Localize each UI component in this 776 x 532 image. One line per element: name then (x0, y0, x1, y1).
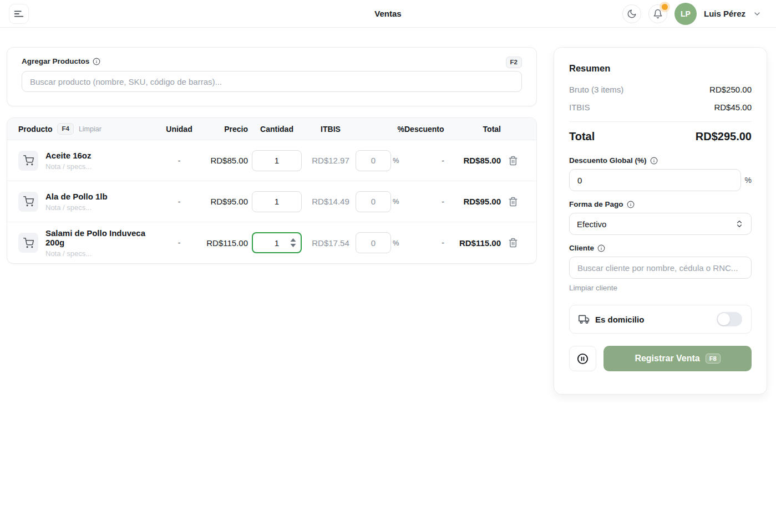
limpiar-table-link[interactable]: Limpiar (79, 125, 102, 133)
menu-button[interactable] (9, 4, 29, 24)
pct-suffix: % (393, 156, 399, 165)
summary-actions: Registrar Venta F8 (569, 346, 752, 371)
delete-row-button[interactable] (501, 197, 525, 207)
pause-circle-icon (576, 352, 589, 365)
col-descuento: Descuento (404, 125, 448, 134)
info-icon (650, 157, 658, 165)
discount-pct-input[interactable] (356, 150, 391, 171)
descuento-global-label: Descuento Global (%) (569, 156, 647, 165)
itbis-value: RD$14.49 (306, 197, 356, 206)
spinner-arrows-icon[interactable] (290, 238, 296, 247)
discount-pct-input[interactable] (356, 191, 391, 212)
global-discount-input[interactable] (569, 169, 741, 191)
col-percent: % (356, 125, 404, 134)
quantity-input[interactable] (252, 151, 301, 171)
truck-icon (579, 314, 590, 325)
es-domicilio-card: Es domicilio (569, 305, 752, 334)
moon-icon (627, 9, 637, 19)
es-domicilio-toggle[interactable] (717, 312, 742, 326)
quantity-stepper[interactable] (252, 150, 302, 171)
info-icon (93, 58, 100, 65)
descuento-global-group: Descuento Global (%) % (569, 156, 752, 191)
trash-icon (508, 156, 518, 166)
trash-icon (508, 238, 518, 248)
shortcut-badge-f2: F2 (506, 57, 522, 68)
notifications-button[interactable] (648, 4, 667, 23)
quantity-stepper-focused[interactable] (252, 232, 302, 253)
cart-icon (18, 233, 38, 253)
toggle-knob (718, 313, 730, 325)
summary-divider (569, 121, 752, 122)
total-label: Total (569, 130, 595, 143)
unidad-value: - (164, 156, 195, 165)
shortcut-badge-f4: F4 (57, 123, 73, 135)
itbis-value: RD$45.00 (714, 103, 752, 112)
hold-sale-button[interactable] (569, 346, 596, 371)
col-total: Total (448, 125, 501, 134)
bruto-row: Bruto (3 items) RD$250.00 (569, 85, 752, 94)
registrar-venta-label: Registrar Venta (635, 354, 699, 364)
add-products-card: Agregar Productos F2 (7, 47, 537, 106)
quantity-stepper[interactable] (252, 191, 302, 212)
page-title: Ventas (374, 9, 401, 18)
col-cantidad: Cantidad (248, 125, 306, 134)
user-name: Luis Pérez (704, 9, 745, 18)
col-unidad: Unidad (164, 125, 195, 134)
row-total: RD$115.00 (448, 238, 501, 248)
es-domicilio-label: Es domicilio (595, 315, 644, 324)
bruto-value: RD$250.00 (709, 85, 752, 94)
payment-method-select[interactable]: Efectivo (569, 213, 752, 235)
col-producto: Producto (18, 125, 52, 134)
add-products-label: Agregar Productos (22, 57, 89, 65)
precio-value: RD$115.00 (195, 238, 248, 248)
registrar-venta-button[interactable]: Registrar Venta F8 (603, 346, 752, 371)
delete-row-button[interactable] (501, 156, 525, 166)
itbis-label: ITBIS (569, 103, 590, 112)
ventas-page: Ventas LP Luis Pérez (0, 0, 776, 532)
col-itbis: ITBIS (306, 125, 356, 134)
summary-panel: Resumen Bruto (3 items) RD$250.00 ITBIS … (554, 47, 767, 395)
row-total: RD$95.00 (448, 197, 501, 206)
delete-row-button[interactable] (501, 238, 525, 248)
unidad-value: - (164, 197, 195, 206)
discount-pct-input[interactable] (356, 232, 391, 253)
chevron-down-icon[interactable] (753, 9, 762, 18)
descuento-value: - (404, 238, 448, 247)
product-search-input[interactable] (22, 71, 522, 92)
descuento-value: - (404, 156, 448, 165)
cart-icon (18, 151, 38, 171)
table-header-row: Producto F4 Limpiar Unidad Precio Cantid… (7, 118, 536, 140)
col-precio: Precio (195, 125, 248, 134)
cliente-group: Cliente Limpiar cliente (569, 244, 752, 292)
product-name: Ala de Pollo 1lb (45, 192, 108, 201)
bell-icon (653, 9, 663, 19)
table-row: Ala de Pollo 1lb Nota / specs... - RD$95… (7, 181, 536, 222)
cliente-label: Cliente (569, 244, 594, 252)
table-row: Aceite 16oz Nota / specs... - RD$85.00 R… (7, 140, 536, 181)
total-row: Total RD$295.00 (569, 130, 752, 143)
dark-mode-button[interactable] (622, 4, 641, 23)
shortcut-badge-f8: F8 (706, 354, 721, 364)
top-bar: Ventas LP Luis Pérez (0, 0, 776, 28)
avatar[interactable]: LP (674, 3, 697, 25)
summary-title: Resumen (569, 63, 752, 74)
unidad-value: - (164, 238, 195, 247)
global-discount-suffix: % (745, 176, 752, 185)
product-note-field[interactable]: Nota / specs... (45, 162, 92, 171)
limpiar-cliente-link[interactable]: Limpiar cliente (569, 284, 752, 292)
product-name: Salami de Pollo Induveca 200g (45, 228, 164, 247)
precio-value: RD$85.00 (195, 156, 248, 165)
precio-value: RD$95.00 (195, 197, 248, 206)
info-icon (627, 201, 635, 208)
product-note-field[interactable]: Nota / specs... (45, 203, 108, 212)
itbis-value: RD$17.54 (306, 238, 356, 248)
client-search-input[interactable] (569, 257, 752, 279)
quantity-input[interactable] (252, 192, 301, 212)
info-icon (597, 244, 605, 252)
forma-pago-group: Forma de Pago Efectivo (569, 200, 752, 235)
itbis-row: ITBIS RD$45.00 (569, 103, 752, 112)
payment-method-value: Efectivo (577, 219, 606, 229)
total-value: RD$295.00 (696, 130, 752, 143)
product-note-field[interactable]: Nota / specs... (45, 249, 164, 258)
row-total: RD$85.00 (448, 156, 501, 165)
